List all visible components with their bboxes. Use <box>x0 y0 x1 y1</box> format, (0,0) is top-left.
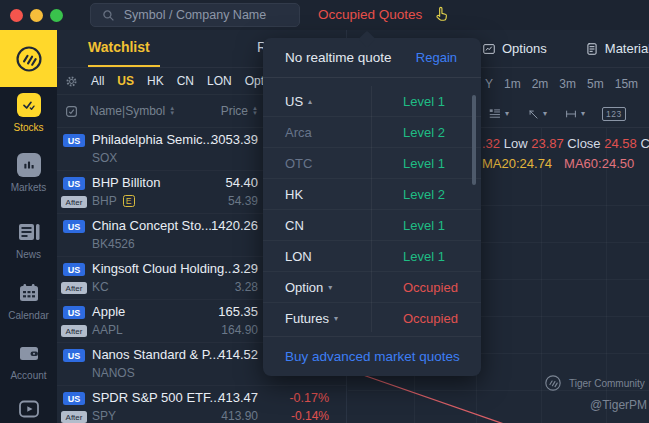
occupied-quotes-button[interactable]: Occupied Quotes <box>318 7 422 22</box>
window-zoom-button[interactable] <box>50 9 63 22</box>
buy-advanced-quotes-link[interactable]: Buy advanced market quotes <box>285 349 460 364</box>
watermark: Tiger Community <box>543 373 645 393</box>
popup-row-futures[interactable]: Futures ▾ Occupied <box>263 303 481 334</box>
popup-row-hk[interactable]: HK Level 2 <box>263 179 481 210</box>
period-15m[interactable]: 15m <box>615 77 638 91</box>
popup-row-cn[interactable]: CN Level 1 <box>263 210 481 241</box>
drawing-tools-button[interactable]: ▾ <box>526 107 547 121</box>
column-name-symbol[interactable]: Name|Symbol ▲▼ <box>90 104 175 118</box>
stock-price: 165.35 <box>218 304 258 319</box>
watermark-text: Tiger Community <box>569 378 645 389</box>
market-badge: US <box>63 392 85 405</box>
market-badge: US <box>63 263 85 276</box>
news-icon <box>17 220 41 244</box>
stock-price: 1420.26 <box>211 218 258 233</box>
market-label: OTC <box>285 156 312 171</box>
sidebar-item-account[interactable]: Account <box>0 341 57 381</box>
price-labels-button[interactable]: 123 <box>602 107 626 121</box>
sidebar-item-markets[interactable]: Markets <box>0 153 57 193</box>
stock-name: BHP Billiton <box>92 175 160 190</box>
market-label: HK <box>285 187 303 202</box>
popup-scrollbar[interactable] <box>472 95 476 185</box>
after-hours-price: 413.90 <box>221 409 258 423</box>
clipped-label: C <box>640 136 649 151</box>
caret-down-icon: ▾ <box>581 109 585 118</box>
filter-hk[interactable]: HK <box>147 74 164 88</box>
after-hours-price: 164.90 <box>221 323 258 337</box>
tiger-community-icon <box>543 373 563 393</box>
close-value: 24.58 <box>604 136 637 151</box>
column-price[interactable]: Price ▲▼ <box>221 104 258 118</box>
window-minimize-button[interactable] <box>30 9 43 22</box>
sidebar-item-video[interactable] <box>0 397 57 421</box>
quote-level: Level 1 <box>403 218 445 233</box>
market-label: Futures <box>285 311 329 326</box>
checkbox-icon[interactable] <box>65 105 78 118</box>
options-chart-icon <box>482 42 496 56</box>
sidebar-item-stocks[interactable]: Stocks <box>0 93 57 133</box>
tiger-logo <box>0 30 57 87</box>
tab-watchlist[interactable]: Watchlist <box>88 39 150 55</box>
market-label: US <box>285 94 303 109</box>
after-hours-price: 3.28 <box>235 280 258 294</box>
ma20-value: MA20:24.74 <box>482 156 552 171</box>
markets-chart-icon <box>17 153 41 177</box>
sidebar-label: Stocks <box>13 122 43 133</box>
calendar-icon <box>17 281 41 305</box>
after-hours-price: 54.39 <box>228 194 258 208</box>
stock-name: Apple <box>92 304 125 319</box>
sidebar-label: News <box>16 249 41 260</box>
indicator-settings-button[interactable]: ▾ <box>488 107 509 121</box>
after-hours-badge: After <box>61 196 87 208</box>
tiger-claw-icon <box>13 43 45 75</box>
quote-level: Level 1 <box>403 156 445 171</box>
tab-material[interactable]: Material <box>585 41 649 56</box>
play-video-icon <box>17 397 41 421</box>
stock-name: Nanos Standard & P... <box>92 347 220 362</box>
popup-title: No realtime quote <box>285 50 392 65</box>
stock-symbol: SPY <box>92 409 116 423</box>
low-label: Low <box>504 136 531 151</box>
filter-us[interactable]: US <box>117 74 134 88</box>
stock-change: -0.17% <box>289 391 329 405</box>
filter-all[interactable]: All <box>91 74 104 88</box>
quote-level: Level 1 <box>403 249 445 264</box>
search-input[interactable] <box>91 4 299 26</box>
popup-row-otc[interactable]: OTC Level 1 <box>263 148 481 179</box>
symbol-search[interactable] <box>90 3 300 27</box>
interval-measure-button[interactable]: ▾ <box>564 107 585 121</box>
open-value-clipped: .32 <box>482 136 500 151</box>
filter-lon[interactable]: LON <box>207 74 232 88</box>
sidebar-item-calendar[interactable]: Calendar <box>0 281 57 321</box>
sort-icon: ▲▼ <box>252 106 258 116</box>
sidebar-item-news[interactable]: News <box>0 220 57 260</box>
stock-name: SPDR S&P 500 ETF... <box>92 390 220 405</box>
window-close-button[interactable] <box>10 9 23 22</box>
period-3m[interactable]: 3m <box>559 77 576 91</box>
period-5m[interactable]: 5m <box>587 77 604 91</box>
regain-link[interactable]: Regain <box>416 50 457 65</box>
popup-row-lon[interactable]: LON Level 1 <box>263 241 481 272</box>
stock-price: 3053.39 <box>211 132 258 147</box>
filter-cn[interactable]: CN <box>177 74 194 88</box>
active-tab-underline <box>88 65 160 67</box>
popup-row-arca[interactable]: Arca Level 2 <box>263 117 481 148</box>
caret-down-icon: ▾ <box>334 314 338 323</box>
stock-symbol: AAPL <box>92 323 123 337</box>
measure-icon <box>564 107 578 121</box>
table-row-spy[interactable]: US After SPDR S&P 500 ETF... SPY 413.47 … <box>57 386 346 423</box>
period-2m[interactable]: 2m <box>532 77 549 91</box>
stock-name: Philadelphia Semic... <box>92 132 213 147</box>
popup-row-option[interactable]: Option ▾ Occupied <box>263 272 481 303</box>
popup-footer: Buy advanced market quotes <box>263 336 481 376</box>
tab-options[interactable]: Options <box>482 41 547 56</box>
market-badge: US <box>63 349 85 362</box>
titlebar: Occupied Quotes <box>0 0 649 30</box>
sidebar-label: Calendar <box>8 310 49 321</box>
period-y[interactable]: Y <box>485 77 493 91</box>
gear-icon[interactable] <box>65 75 78 88</box>
column-label: Name|Symbol <box>90 104 165 118</box>
popup-row-us[interactable]: US ▴ Level 1 <box>263 86 481 117</box>
period-1m[interactable]: 1m <box>504 77 521 91</box>
stock-symbol: BHPE <box>92 194 135 208</box>
